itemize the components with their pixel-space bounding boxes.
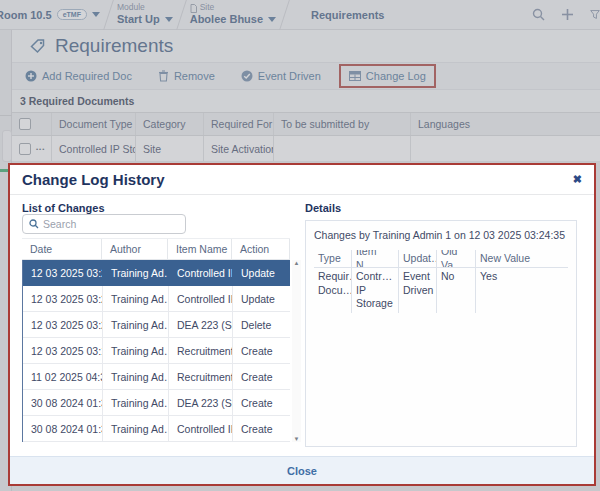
list-column-header-item[interactable]: Item Name bbox=[168, 239, 232, 259]
cell-action: Create bbox=[233, 338, 291, 363]
cell-date: 12 03 2025 03:1… bbox=[23, 338, 103, 363]
change-log-row[interactable]: 12 03 2025 03:1…Training Ad…Recruitment … bbox=[23, 338, 290, 364]
cell-author: Training Ad… bbox=[103, 312, 169, 337]
scroll-down-icon[interactable]: ▼ bbox=[292, 436, 301, 442]
cell-date: 11 02 2025 04:3… bbox=[23, 364, 103, 389]
close-icon[interactable]: ✖ bbox=[573, 173, 582, 186]
change-list-header: DateAuthorItem NameAction bbox=[22, 238, 290, 260]
cell-item: DEA 223 (Site) bbox=[169, 312, 233, 337]
cell-item: Controlled IP… bbox=[169, 286, 233, 311]
cell-author: Training Ad… bbox=[103, 390, 169, 415]
list-column-header-author[interactable]: Author bbox=[102, 239, 168, 259]
cell-item: DEA 223 (Site) bbox=[169, 390, 233, 415]
search-input[interactable] bbox=[43, 218, 179, 230]
cell-author: Training Ad… bbox=[103, 338, 169, 363]
details-cell-type: Requir…Docu… bbox=[314, 268, 352, 313]
cell-action: Update bbox=[233, 260, 291, 285]
list-scrollbar[interactable]: ▲ ▼ bbox=[292, 260, 301, 442]
change-list-table: DateAuthorItem NameAction 12 03 2025 03:… bbox=[22, 238, 290, 442]
dialog-footer: Close bbox=[10, 456, 594, 484]
close-button[interactable]: Close bbox=[287, 465, 317, 477]
details-table-row: Requir…Docu…Contr…IPStorageEventDrivenNo… bbox=[314, 268, 568, 313]
dialog-header: Change Log History ✖ bbox=[10, 165, 594, 195]
details-cell-item-name: Contr…IPStorage bbox=[352, 268, 399, 313]
app-window: Room 10.5 eTMF Module Start Up Site Abol… bbox=[0, 0, 600, 491]
cell-action: Create bbox=[233, 364, 291, 389]
details-column-header: Old Va… bbox=[437, 250, 476, 267]
details-column-header: Type bbox=[314, 250, 352, 267]
change-list-search[interactable] bbox=[22, 214, 186, 234]
cell-date: 30 08 2024 01:3… bbox=[23, 390, 103, 415]
details-column-header: Updat… bbox=[399, 250, 437, 267]
list-column-header-action[interactable]: Action bbox=[232, 239, 290, 259]
cell-action: Update bbox=[233, 286, 291, 311]
cell-item: Controlled IP… bbox=[169, 416, 233, 441]
details-column-header: New Value bbox=[476, 250, 568, 267]
list-of-changes-heading: List of Changes bbox=[22, 202, 105, 214]
details-cell-new-value: Yes bbox=[476, 268, 568, 313]
scroll-up-icon[interactable]: ▲ bbox=[292, 260, 301, 266]
details-cell-updated: EventDriven bbox=[399, 268, 437, 313]
details-cell-old-value: No bbox=[437, 268, 476, 313]
cell-date: 30 08 2024 01:3… bbox=[23, 416, 103, 441]
cell-item: Recruitment … bbox=[169, 364, 233, 389]
cell-author: Training Ad… bbox=[103, 260, 169, 285]
details-table-header: TypeItem N…Updat…Old Va…New Value bbox=[314, 250, 568, 268]
change-log-row[interactable]: 12 03 2025 03:2…Training Ad…DEA 223 (Sit… bbox=[23, 312, 290, 338]
cell-date: 12 03 2025 03:2… bbox=[23, 312, 103, 337]
cell-author: Training Ad… bbox=[103, 416, 169, 441]
cell-action: Create bbox=[233, 390, 291, 415]
details-heading: Details bbox=[305, 202, 341, 214]
search-icon bbox=[29, 219, 39, 229]
change-log-row[interactable]: 12 03 2025 03:2…Training Ad…Controlled I… bbox=[23, 286, 290, 312]
cell-action: Delete bbox=[233, 312, 291, 337]
change-log-row[interactable]: 30 08 2024 01:3…Training Ad…Controlled I… bbox=[23, 416, 290, 442]
change-summary: Changes by Training Admin 1 on 12 03 202… bbox=[314, 229, 568, 241]
dialog-title: Change Log History bbox=[22, 171, 165, 188]
change-log-row[interactable]: 11 02 2025 04:3…Training Ad…Recruitment … bbox=[23, 364, 290, 390]
details-table: TypeItem N…Updat…Old Va…New Value Requir… bbox=[314, 250, 568, 313]
dialog-body: List of Changes Details DateAuthorItem N… bbox=[10, 195, 594, 458]
cell-action: Create bbox=[233, 416, 291, 441]
details-column-header: Item N… bbox=[352, 250, 399, 267]
cell-item: Recruitment … bbox=[169, 338, 233, 363]
cell-author: Training Ad… bbox=[103, 364, 169, 389]
change-log-row[interactable]: 12 03 2025 03:2…Training Ad…Controlled I… bbox=[23, 260, 290, 286]
change-list-body: 12 03 2025 03:2…Training Ad…Controlled I… bbox=[22, 260, 290, 442]
list-column-header-date[interactable]: Date bbox=[22, 239, 102, 259]
change-log-row[interactable]: 30 08 2024 01:3…Training Ad…DEA 223 (Sit… bbox=[23, 390, 290, 416]
details-panel: Changes by Training Admin 1 on 12 03 202… bbox=[305, 220, 577, 447]
cell-date: 12 03 2025 03:2… bbox=[23, 260, 103, 285]
cell-item: Controlled IP… bbox=[169, 260, 233, 285]
cell-date: 12 03 2025 03:2… bbox=[23, 286, 103, 311]
change-log-history-dialog: Change Log History ✖ List of Changes Det… bbox=[8, 163, 596, 486]
cell-author: Training Ad… bbox=[103, 286, 169, 311]
